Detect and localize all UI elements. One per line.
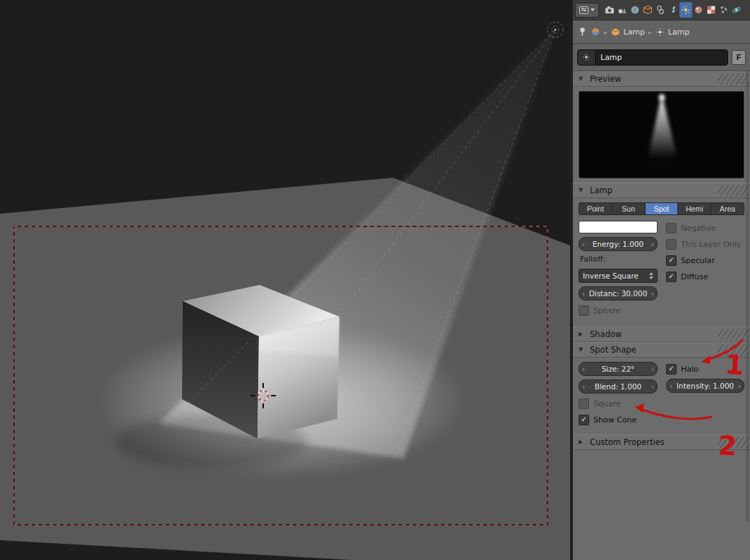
square-checkbox[interactable]: Square [579,397,658,410]
checkbox-box [666,239,677,250]
panel-drag-stripes[interactable] [718,73,749,85]
checkbox-box-checked [666,272,677,282]
checkbox-box-checked [666,255,677,266]
property-tabs [603,2,743,18]
panel-title: Lamp [590,185,612,195]
this-layer-only-label: This Layer Only [681,240,741,249]
halo-checkbox[interactable]: Halo [666,363,744,375]
distance-slider[interactable]: Distanc:30.000 [579,286,658,300]
lamp-icon [578,50,595,65]
panel-drag-stripes[interactable] [718,329,749,340]
panel-custom-properties-header[interactable]: Custom Properties [573,434,750,450]
panel-spot-shape-header[interactable]: Spot Shape [573,342,750,358]
name-field[interactable]: Lamp [577,49,728,66]
blender-window: Lamp Lamp Lamp F Preview [0,0,750,560]
lamp-type-point-button[interactable]: Point [579,202,612,215]
3d-viewport[interactable] [0,0,570,560]
distance-label: Distanc: [589,289,619,298]
panel-lamp-header[interactable]: Lamp [573,183,750,198]
name-field-value: Lamp [595,53,622,62]
lamp-type-sun-button[interactable]: Sun [612,202,646,215]
intensity-label: Intensity: [677,382,710,390]
object-cube-icon[interactable] [611,28,620,37]
dropdown-caret-icon [591,8,595,11]
tab-render-icon[interactable] [603,2,616,18]
panel-title: Shadow [590,329,622,339]
tab-material-icon[interactable] [692,2,705,18]
properties-tab-bar [573,0,750,20]
specular-label: Specular [681,256,715,265]
spot-size-slider[interactable]: Size:22° [579,362,658,376]
tab-particles-icon[interactable] [718,2,730,18]
negative-label: Negative [681,224,715,233]
checkbox-box [579,398,589,409]
datablock-row: Lamp F [573,44,750,71]
dropdown-updown-icon [649,272,653,279]
pin-icon[interactable] [578,27,587,37]
panel-drag-stripes[interactable] [718,185,749,196]
spot-blend-slider[interactable]: Blend:1.000 [579,379,658,394]
halo-intensity-slider[interactable]: Intensity:1.000 [666,379,744,393]
panel-drag-stripes[interactable] [718,344,749,355]
fake-user-button[interactable]: F [732,50,746,65]
tab-physics-icon[interactable] [730,2,743,18]
panel-empty-area [573,450,750,560]
breadcrumb-separator-icon [648,28,652,37]
tab-world-icon[interactable] [629,2,641,18]
lamp-color-swatch[interactable] [579,221,658,233]
properties-editor: Lamp Lamp Lamp F Preview [573,0,750,560]
breadcrumb: Lamp Lamp [573,20,750,44]
checkbox-box [579,305,589,316]
checkbox-box-checked [666,364,677,375]
falloff-dropdown[interactable]: Inverse Square [579,269,658,283]
lamp-type-area-button[interactable]: Area [711,202,744,215]
tab-constraints-icon[interactable] [654,2,667,18]
sphere-checkbox[interactable]: Sphere [579,304,658,317]
expand-triangle-icon [579,76,586,82]
expand-triangle-icon [579,188,586,193]
breadcrumb-data-label[interactable]: Lamp [668,28,690,37]
lamp-panel-body: Point Sun Spot Hemi Area Energy:1.000 Fa… [573,198,750,327]
falloff-label: Falloff: [579,255,658,265]
this-layer-only-checkbox[interactable]: This Layer Only [666,238,744,250]
halo-label: Halo [681,365,698,374]
tab-texture-icon[interactable] [705,2,718,18]
panel-preview-header[interactable]: Preview [573,71,750,87]
lamp-type-spot-button[interactable]: Spot [646,202,679,215]
scene-ball-icon[interactable] [591,27,600,37]
spot-shape-panel-body: Size:22° Blend:1.000 Square Show Cone [573,358,750,434]
lamp-preview [579,91,744,178]
preview-panel-body [573,87,750,183]
tab-object-icon[interactable] [641,2,654,18]
panel-title: Preview [590,74,622,84]
diffuse-checkbox[interactable]: Diffuse [666,270,744,283]
show-cone-label: Show Cone [593,415,636,425]
tab-scene-icon[interactable] [616,2,629,18]
breadcrumb-object-label[interactable]: Lamp [624,28,646,37]
spot-blend-value: 1.000 [620,382,641,391]
distance-value: 30.000 [622,289,648,298]
panel-title: Spot Shape [590,345,636,355]
falloff-value: Inverse Square [583,272,639,280]
square-label: Square [593,399,621,408]
editor-type-button[interactable] [575,3,599,18]
negative-checkbox[interactable]: Negative [666,221,744,234]
sphere-label: Sphere [593,306,621,315]
checkbox-box [666,223,677,233]
energy-slider[interactable]: Energy:1.000 [579,237,658,251]
tab-modifiers-icon[interactable] [667,2,679,18]
panel-drag-stripes[interactable] [718,437,749,448]
properties-editor-icon [579,6,588,14]
specular-checkbox[interactable]: Specular [666,254,744,267]
expand-triangle-icon [579,331,586,337]
spot-size-value: 22° [622,365,635,373]
diffuse-label: Diffuse [681,272,708,281]
show-cone-checkbox[interactable]: Show Cone [579,413,658,426]
tab-object-data-icon[interactable] [679,2,692,18]
lamp-type-hemi-button[interactable]: Hemi [678,202,711,215]
scrollbar[interactable] [746,71,749,522]
spot-blend-label: Blend: [595,382,618,391]
viewport-scene [0,0,570,560]
lamp-data-icon[interactable] [655,28,665,37]
panel-shadow-header[interactable]: Shadow [573,327,750,342]
